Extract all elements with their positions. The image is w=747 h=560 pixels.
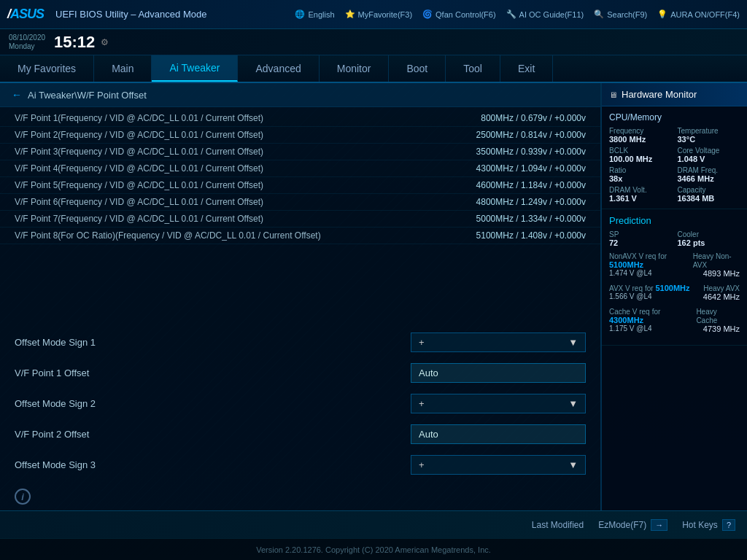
header-bar: /ASUS UEFI BIOS Utility – Advanced Mode …	[0, 0, 747, 29]
asus-logo: /ASUS	[7, 7, 44, 22]
control-row-2: Offset Mode Sign 2+▼	[15, 391, 586, 416]
avx-req-volt: 1.566 V @L4	[609, 292, 652, 301]
bclk-value: 100.00 MHz	[609, 155, 672, 163]
tab-tool[interactable]: Tool	[446, 55, 500, 82]
capacity-value: 16384 MB	[678, 194, 740, 203]
qfan-button[interactable]: 🌀 Qfan Control(F6)	[422, 9, 496, 19]
cooler-value: 162 pts	[678, 238, 740, 247]
tab-main[interactable]: Main	[94, 55, 152, 82]
aura-button[interactable]: 💡 AURA ON/OFF(F4)	[657, 9, 740, 19]
dropdown-2[interactable]: +▼	[411, 394, 586, 413]
avx-req-freq: 5100MHz	[655, 284, 689, 292]
cache-req-volt: 1.175 V @L4	[609, 324, 652, 333]
nonavx-req-label: NonAVX V req	[609, 252, 656, 260]
control-label-1: V/F Point 1 Offset	[15, 368, 160, 378]
bottom-bar: Last Modified EzMode(F7) → Hot Keys ?	[0, 510, 747, 538]
tab-advanced[interactable]: Advanced	[238, 55, 319, 82]
vf-point-row[interactable]: V/F Point 3(Frequency / VID @ AC/DC_LL 0…	[0, 144, 600, 160]
hardware-monitor-panel: 🖥 Hardware Monitor CPU/Memory Frequency …	[601, 83, 747, 510]
control-row-1: V/F Point 1 OffsetAuto	[15, 360, 586, 385]
footer-text: Version 2.20.1276. Copyright (C) 2020 Am…	[256, 545, 491, 554]
vf-point-row[interactable]: V/F Point 6(Frequency / VID @ AC/DC_LL 0…	[0, 194, 600, 211]
core-voltage-value: 1.048 V	[678, 155, 740, 163]
cpu-memory-section: CPU/Memory Frequency 3800 MHz Temperatur…	[602, 106, 747, 209]
hotkeys-key: ?	[722, 519, 735, 531]
bclk-label: BCLK	[609, 147, 672, 155]
ezmode-button[interactable]: EzMode(F7) →	[598, 519, 667, 531]
breadcrumb-text: Ai Tweaker\W/F Point Offset	[28, 90, 147, 101]
avx-req-label: AVX V req	[609, 284, 643, 292]
back-arrow-icon[interactable]: ←	[12, 89, 22, 101]
core-voltage-label: Core Voltage	[678, 147, 740, 155]
time-settings-icon[interactable]: ⚙	[101, 37, 109, 47]
control-label-2: Offset Mode Sign 2	[15, 398, 160, 409]
language-button[interactable]: 🌐 English	[295, 9, 334, 19]
control-label-3: V/F Point 2 Offset	[15, 429, 160, 440]
tab-boot[interactable]: Boot	[389, 55, 446, 82]
nonavx-req-volt: 1.474 V @L4	[609, 269, 652, 278]
vf-point-row[interactable]: V/F Point 2(Frequency / VID @ AC/DC_LL 0…	[0, 127, 600, 144]
vf-point-row[interactable]: V/F Point 7(Frequency / VID @ AC/DC_LL 0…	[0, 211, 600, 228]
tab-ai-tweaker[interactable]: Ai Tweaker	[152, 55, 238, 82]
cpu-memory-title: CPU/Memory	[609, 112, 740, 122]
hotkeys-button[interactable]: Hot Keys ?	[682, 519, 735, 531]
cache-heavy-value: 4739 MHz	[703, 324, 740, 333]
hw-monitor-header: 🖥 Hardware Monitor	[602, 83, 747, 106]
left-panel: ← Ai Tweaker\W/F Point Offset V/F Point …	[0, 83, 601, 510]
nonavx-heavy-label: Heavy Non-AVX	[693, 252, 732, 269]
hw-monitor-title: Hardware Monitor	[622, 89, 697, 100]
sp-value: 72	[609, 238, 672, 247]
dram-freq-value: 3466 MHz	[678, 174, 740, 183]
avx-heavy-value: 4642 MHz	[703, 292, 740, 301]
control-row-4: Offset Mode Sign 3+▼	[15, 452, 586, 477]
control-row-3: V/F Point 2 OffsetAuto	[15, 421, 586, 446]
tab-monitor[interactable]: Monitor	[320, 55, 390, 82]
sp-label: SP	[609, 230, 672, 238]
control-label-4: Offset Mode Sign 3	[15, 459, 160, 470]
ezmode-arrow-icon: →	[651, 519, 667, 531]
control-label-0: Offset Mode Sign 1	[15, 337, 160, 348]
controls-area: Offset Mode Sign 1+▼V/F Point 1 OffsetAu…	[0, 324, 600, 483]
frequency-label: Frequency	[609, 127, 672, 135]
bios-title: UEFI BIOS Utility – Advanced Mode	[55, 9, 206, 20]
info-area: i	[0, 483, 600, 510]
search-button[interactable]: 🔍 Search(F9)	[594, 9, 647, 19]
capacity-label: Capacity	[678, 186, 740, 194]
ai-oc-button[interactable]: 🔧 AI OC Guide(F11)	[506, 9, 584, 19]
cache-heavy-label: Heavy Cache	[696, 308, 717, 324]
monitor-icon: 🖥	[609, 90, 617, 99]
footer: Version 2.20.1276. Copyright (C) 2020 Am…	[0, 538, 747, 560]
breadcrumb: ← Ai Tweaker\W/F Point Offset	[0, 83, 600, 107]
my-favorite-button[interactable]: ⭐ MyFavorite(F3)	[345, 9, 413, 19]
datetime-bar: 08/10/2020 Monday 15:12 ⚙	[0, 29, 747, 55]
input-1[interactable]: Auto	[411, 363, 586, 383]
ratio-label: Ratio	[609, 166, 672, 174]
vf-point-row[interactable]: V/F Point 1(Frequency / VID @ AC/DC_LL 0…	[0, 110, 600, 127]
frequency-value: 3800 MHz	[609, 135, 672, 144]
vf-points-table: V/F Point 1(Frequency / VID @ AC/DC_LL 0…	[0, 107, 600, 324]
dram-freq-label: DRAM Freq.	[678, 166, 740, 174]
vf-point-row[interactable]: V/F Point 4(Frequency / VID @ AC/DC_LL 0…	[0, 160, 600, 177]
main-layout: ← Ai Tweaker\W/F Point Offset V/F Point …	[0, 83, 747, 510]
cache-req-freq: 4300MHz	[609, 316, 643, 324]
control-row-0: Offset Mode Sign 1+▼	[15, 330, 586, 354]
tab-my-favorites[interactable]: My Favorites	[0, 55, 94, 82]
input-3[interactable]: Auto	[411, 424, 586, 444]
dropdown-0[interactable]: +▼	[411, 332, 586, 352]
ratio-value: 38x	[609, 174, 672, 183]
nonavx-heavy-value: 4893 MHz	[703, 269, 740, 278]
header-toolbar: 🌐 English ⭐ MyFavorite(F3) 🌀 Qfan Contro…	[295, 9, 740, 19]
avx-block: AVX V req for 5100MHz Heavy AVX 1.566 V …	[609, 284, 740, 301]
prediction-title: Prediction	[609, 215, 740, 226]
nonavx-req-freq: 5100MHz	[609, 260, 643, 269]
tab-exit[interactable]: Exit	[500, 55, 553, 82]
nonavx-block: NonAVX V req for 5100MHz Heavy Non-AVX 1…	[609, 252, 740, 278]
time-display: 15:12	[54, 33, 95, 52]
cache-req-label: Cache V req	[609, 308, 650, 316]
dropdown-4[interactable]: +▼	[411, 455, 586, 475]
avx-heavy-label: Heavy AVX	[703, 284, 740, 292]
vf-point-row[interactable]: V/F Point 5(Frequency / VID @ AC/DC_LL 0…	[0, 177, 600, 194]
info-icon[interactable]: i	[15, 489, 31, 505]
temperature-value: 33°C	[678, 135, 740, 144]
vf-point-row[interactable]: V/F Point 8(For OC Ratio)(Frequency / VI…	[0, 228, 600, 244]
